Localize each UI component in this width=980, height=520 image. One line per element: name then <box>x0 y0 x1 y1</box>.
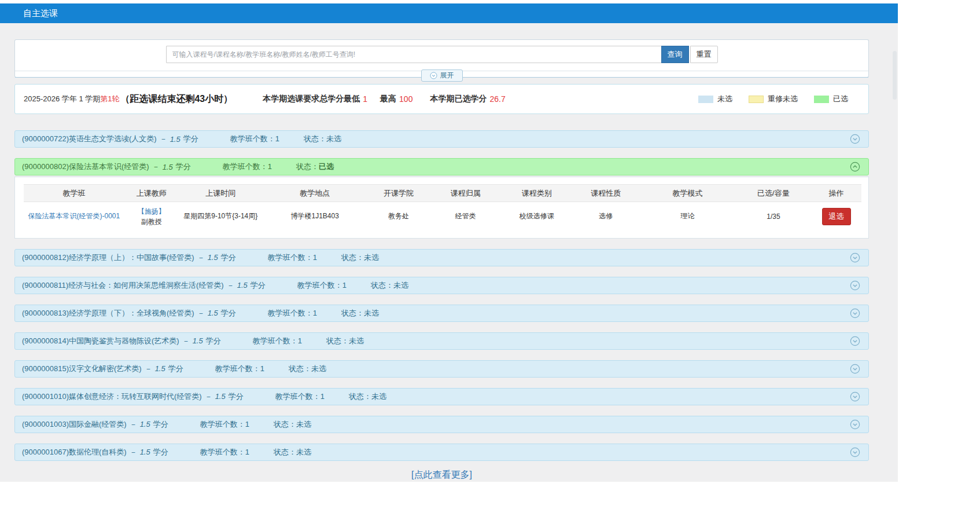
search-panel: 查询 重置 展开 <box>14 39 869 78</box>
course-status: 状态：未选 <box>371 280 408 291</box>
legend-label: 重修未选 <box>768 94 798 104</box>
main-page: 查询 重置 展开 2025-2026 学年 1 学期 第1轮 （距选课结束还剩4… <box>0 23 898 482</box>
course-title: (9000001067)数据伦理(自科类) <box>22 447 127 457</box>
course-status: 状态：已选 <box>296 162 334 172</box>
col-capacity: 已选/容量 <box>736 185 811 202</box>
class-nature: 选修 <box>572 202 639 231</box>
course-row[interactable]: (9000001003)国际金融(经管类) － 1.5 学分 教学班个数：1 状… <box>14 416 869 433</box>
credit-unit: 学分 <box>153 447 168 457</box>
course-status: 状态：未选 <box>274 419 311 430</box>
expand-toggle-button[interactable]: 展开 <box>421 69 463 82</box>
course-title: (9000000802)保险法基本常识(经管类) <box>22 162 149 172</box>
course-credits: 1.5 <box>208 253 218 262</box>
chevron-down-circle-icon[interactable] <box>850 252 860 263</box>
expand-label: 展开 <box>440 71 454 80</box>
search-input[interactable] <box>166 46 661 63</box>
col-place: 教学地点 <box>263 185 367 202</box>
legend-unselected: 未选 <box>698 94 732 104</box>
chevron-down-circle-icon[interactable] <box>850 391 860 402</box>
course-title: (9000000812)经济学原理（上）：中国故事(经管类) <box>22 252 194 263</box>
credit-unit: 学分 <box>183 134 198 144</box>
min-credits-value: 1 <box>363 94 367 104</box>
term-text: 2025-2026 学年 1 学期 <box>24 94 100 104</box>
dash: － <box>130 419 137 430</box>
query-button[interactable]: 查询 <box>661 46 689 63</box>
max-credits-value: 100 <box>399 94 412 104</box>
class-name-link[interactable]: 保险法基本常识(经管类)-0001 <box>28 212 120 220</box>
course-title: (9000001003)国际金融(经管类) <box>22 419 127 430</box>
col-mode: 教学模式 <box>639 185 736 202</box>
dash: － <box>197 308 205 318</box>
chevron-down-circle-icon[interactable] <box>850 364 860 374</box>
course-credits: 1.5 <box>140 420 150 429</box>
course-title: (9000001010)媒体创意经济：玩转互联网时代(经管类) <box>22 391 202 402</box>
col-college: 开课学院 <box>367 185 430 202</box>
col-time: 上课时间 <box>179 185 263 202</box>
course-title: (9000000811)经济与社会：如何用决策思维洞察生活(经管类) <box>22 280 224 291</box>
page-title: 自主选课 <box>23 3 898 23</box>
credit-requirement-label: 本学期选课要求总学分最低 <box>263 94 360 104</box>
class-place: 博学楼1J1B403 <box>263 202 367 231</box>
class-count: 教学班个数：1 <box>253 336 302 346</box>
course-status: 状态：未选 <box>289 364 326 374</box>
chevron-down-circle-icon[interactable] <box>850 134 860 144</box>
teacher-link[interactable]: 【施扬】 <box>138 207 165 215</box>
dash: － <box>160 134 167 144</box>
chevron-down-circle-icon[interactable] <box>850 419 860 430</box>
course-row[interactable]: (9000000812)经济学原理（上）：中国故事(经管类) － 1.5 学分 … <box>14 249 869 266</box>
credit-unit: 学分 <box>221 252 236 263</box>
course-title: (9000000815)汉字文化解密(艺术类) <box>22 364 142 374</box>
withdraw-button[interactable]: 退选 <box>822 208 851 225</box>
chevron-down-circle-icon <box>430 72 437 79</box>
course-row[interactable]: (9000000815)汉字文化解密(艺术类) － 1.5 学分 教学班个数：1… <box>14 360 869 378</box>
reset-button[interactable]: 重置 <box>690 46 718 63</box>
top-nav-bar: 自主选课 <box>0 3 898 23</box>
course-status: 状态：未选 <box>326 336 364 346</box>
course-row[interactable]: (9000000811)经济与社会：如何用决策思维洞察生活(经管类) － 1.5… <box>14 277 869 294</box>
class-count: 教学班个数：1 <box>223 162 272 172</box>
chevron-down-circle-icon[interactable] <box>850 336 860 346</box>
countdown-text: （距选课结束还剩43小时） <box>120 93 233 105</box>
max-credits-label: 最高 <box>380 94 396 104</box>
course-row[interactable]: (9000001010)媒体创意经济：玩转互联网时代(经管类) － 1.5 学分… <box>14 388 869 405</box>
course-row[interactable]: (9000000722)英语生态文学选读(人文类) － 1.5 学分 教学班个数… <box>14 130 869 148</box>
course-credits: 1.5 <box>155 364 165 373</box>
class-mode: 理论 <box>639 202 736 231</box>
class-category: 校级选修课 <box>501 202 572 231</box>
course-title: (9000000722)英语生态文学选读(人文类) <box>22 134 157 144</box>
col-nature: 课程性质 <box>572 185 639 202</box>
dash: － <box>130 447 137 457</box>
selected-color-swatch <box>814 96 829 103</box>
chevron-down-circle-icon[interactable] <box>850 308 860 318</box>
chevron-down-circle-icon[interactable] <box>850 447 860 457</box>
course-status: 状态：未选 <box>341 308 379 318</box>
course-credits: 1.5 <box>140 448 150 456</box>
legend-retake: 重修未选 <box>749 94 798 104</box>
filter-collapse-area: 展开 <box>15 71 868 83</box>
selected-credits-label: 本学期已选学分 <box>430 94 487 104</box>
course-row[interactable]: (9000000814)中国陶瓷鉴赏与器物陈设(艺术类) － 1.5 学分 教学… <box>14 332 869 350</box>
credit-unit: 学分 <box>229 391 244 402</box>
class-belong: 经管类 <box>430 202 501 231</box>
dash: － <box>145 364 152 374</box>
col-action: 操作 <box>811 185 861 202</box>
credit-unit: 学分 <box>153 419 168 430</box>
class-table: 教学班 上课教师 上课时间 教学地点 开课学院 课程归属 课程类别 课程性质 教… <box>24 184 861 231</box>
course-credits: 1.5 <box>163 163 173 171</box>
scrollbar-thumb[interactable] <box>893 51 897 100</box>
chevron-up-circle-icon[interactable] <box>850 162 860 172</box>
course-credits: 1.5 <box>215 392 226 401</box>
expanded-class-panel: 教学班 上课教师 上课时间 教学地点 开课学院 课程归属 课程类别 课程性质 教… <box>14 177 869 239</box>
load-more-link[interactable]: [点此查看更多] <box>411 470 472 479</box>
course-row-selected[interactable]: (9000000802)保险法基本常识(经管类) － 1.5 学分 教学班个数：… <box>14 158 869 175</box>
class-count: 教学班个数：1 <box>268 252 317 263</box>
course-row[interactable]: (9000000813)经济学原理（下）：全球视角(经管类) － 1.5 学分 … <box>14 305 869 322</box>
credit-unit: 学分 <box>176 162 191 172</box>
course-row[interactable]: (9000001067)数据伦理(自科类) － 1.5 学分 教学班个数：1 状… <box>14 444 869 461</box>
dash: － <box>197 252 205 263</box>
chevron-down-circle-icon[interactable] <box>850 280 860 291</box>
semester-info-bar: 2025-2026 学年 1 学期 第1轮 （距选课结束还剩43小时） 本学期选… <box>14 84 869 114</box>
class-capacity: 1/35 <box>736 202 811 231</box>
status-legend: 未选 重修未选 已选 <box>698 94 868 104</box>
class-time: 星期四第9-10节{3-14周} <box>179 202 263 231</box>
